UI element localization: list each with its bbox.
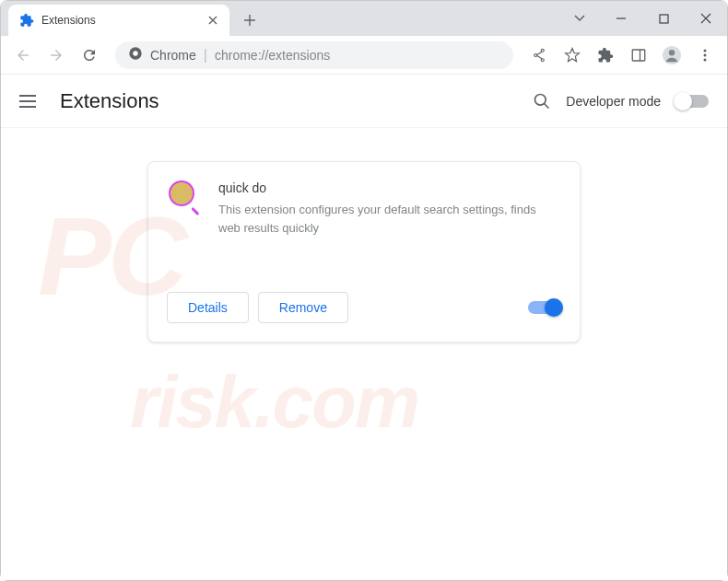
search-icon[interactable] <box>533 92 551 110</box>
new-tab-button[interactable] <box>237 7 263 33</box>
url-divider: | <box>204 47 207 64</box>
side-panel-icon[interactable] <box>624 41 653 70</box>
share-icon[interactable] <box>524 41 554 70</box>
developer-mode-toggle[interactable] <box>675 95 709 108</box>
svg-point-8 <box>704 58 707 61</box>
extensions-puzzle-icon[interactable] <box>591 41 620 70</box>
maximize-button[interactable] <box>642 4 685 33</box>
minimize-button[interactable] <box>600 4 642 33</box>
close-window-button[interactable] <box>685 4 727 33</box>
url-text: chrome://extensions <box>215 48 330 63</box>
active-tab[interactable]: Extensions <box>8 5 229 36</box>
svg-point-5 <box>669 50 675 55</box>
svg-point-9 <box>535 94 546 105</box>
chrome-logo-icon <box>128 46 143 64</box>
browser-window: Extensions <box>0 0 728 581</box>
details-button[interactable]: Details <box>167 292 249 323</box>
titlebar: Extensions <box>1 1 727 36</box>
svg-rect-0 <box>660 15 668 23</box>
back-button[interactable] <box>8 41 38 70</box>
svg-point-7 <box>704 53 707 56</box>
profile-avatar-icon[interactable] <box>657 41 687 70</box>
developer-mode-label: Developer mode <box>566 94 661 109</box>
forward-button[interactable] <box>41 41 71 70</box>
svg-rect-3 <box>632 50 645 61</box>
reload-button[interactable] <box>75 41 104 70</box>
close-tab-icon[interactable] <box>205 13 220 28</box>
svg-point-2 <box>133 51 137 55</box>
extensions-list: quick do This extension configures your … <box>1 128 727 376</box>
hamburger-menu-icon[interactable] <box>19 90 41 112</box>
extension-app-icon <box>167 180 200 214</box>
extension-description: This extension configures your default s… <box>218 201 561 237</box>
remove-button[interactable]: Remove <box>258 292 348 323</box>
extension-puzzle-icon <box>19 13 34 28</box>
extension-enable-toggle[interactable] <box>528 301 561 314</box>
toolbar: Chrome | chrome://extensions <box>1 36 727 75</box>
page-title: Extensions <box>60 89 533 113</box>
bookmark-star-icon[interactable] <box>558 41 587 70</box>
kebab-menu-icon[interactable] <box>690 41 720 70</box>
tab-title: Extensions <box>41 14 205 27</box>
window-controls <box>565 1 727 36</box>
url-scheme-label: Chrome <box>150 48 196 63</box>
svg-point-6 <box>704 49 707 52</box>
extensions-header: Extensions Developer mode <box>1 75 727 128</box>
extension-name: quick do <box>218 180 561 195</box>
address-bar[interactable]: Chrome | chrome://extensions <box>115 41 513 69</box>
extension-card: quick do This extension configures your … <box>147 161 581 343</box>
chevron-down-icon[interactable] <box>565 4 594 33</box>
page-content: PC risk.com Extensions Developer mode <box>1 75 727 580</box>
